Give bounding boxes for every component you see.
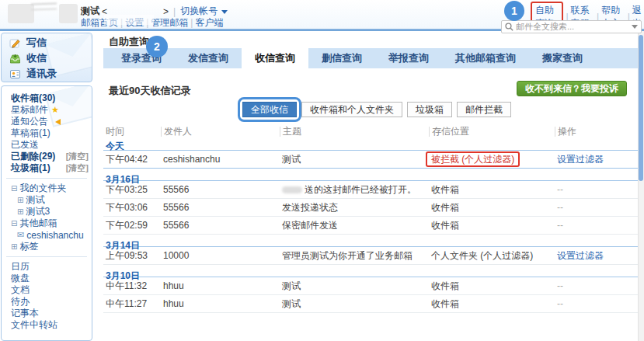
location-text: 收件箱 bbox=[431, 280, 459, 291]
cell-sender: hhuu bbox=[161, 277, 280, 294]
tab-item[interactable]: 删信查询 bbox=[308, 48, 375, 68]
sidebar-item[interactable]: 微盘 bbox=[2, 273, 89, 284]
complaint-button[interactable]: 收不到来信？我要投诉 bbox=[517, 81, 627, 96]
cell-action: -- bbox=[555, 199, 635, 216]
sidebar-item[interactable]: 记事本 bbox=[2, 308, 89, 319]
sidebar-contacts-button[interactable]: 通讯录 bbox=[2, 66, 92, 82]
cell-location: 收件箱 bbox=[429, 295, 555, 312]
envelope-icon: ✉ bbox=[17, 230, 24, 240]
sidebar-item[interactable]: ⊞测试 bbox=[2, 194, 89, 206]
location-text: 收件箱 bbox=[431, 202, 459, 213]
cell-location: 个人文件夹 (个人过滤器) bbox=[429, 247, 555, 264]
inbox-icon bbox=[9, 53, 21, 64]
annotation-red-box: 被拦截 (个人过滤器) bbox=[426, 151, 520, 167]
cell-subject: 测试 bbox=[280, 277, 429, 294]
filter-button[interactable]: 垃圾箱 bbox=[407, 102, 452, 117]
sidebar-item[interactable]: ⊞测试3 bbox=[2, 206, 89, 217]
header-nav-link[interactable]: 管理邮箱 bbox=[151, 17, 188, 28]
query-tabbar: 登录查询发信查询收信查询删信查询举报查询其他邮箱查询搬家查询 bbox=[103, 48, 638, 68]
tab-item[interactable]: 搬家查询 bbox=[529, 48, 596, 68]
search-icon bbox=[505, 23, 513, 31]
filter-button[interactable]: 收件箱和个人文件夹 bbox=[301, 102, 402, 117]
sidebar-item[interactable]: 文档 bbox=[2, 284, 89, 296]
sidebar-item[interactable]: 收件箱(30) bbox=[2, 92, 89, 104]
sidebar-item[interactable]: 草稿箱(1) bbox=[2, 127, 89, 139]
set-filter-link[interactable]: 设置过滤器 bbox=[557, 250, 604, 261]
cell-time: 中午11:27 bbox=[103, 295, 161, 312]
scrollbar-thumb[interactable] bbox=[639, 35, 643, 181]
expand-icon[interactable]: ⊞ bbox=[11, 242, 17, 251]
redacted-logo bbox=[8, 4, 34, 23]
sidebar-item[interactable]: 星标邮件★ bbox=[2, 104, 89, 116]
sidebar-item[interactable]: 垃圾箱(1)[清空] bbox=[2, 162, 89, 174]
tab-item[interactable]: 发信查询 bbox=[175, 48, 242, 68]
cell-sender: hhuu bbox=[161, 295, 280, 312]
collapse-icon[interactable]: ⊟ bbox=[11, 184, 17, 193]
empty-folder-link[interactable]: [清空] bbox=[66, 151, 89, 162]
date-group-header: 3月10日 bbox=[103, 265, 638, 277]
sidebar-item[interactable]: ✉ceshishanchu bbox=[2, 229, 89, 241]
compose-item-label: 写信 bbox=[26, 36, 47, 50]
collapse-icon[interactable]: ⊟ bbox=[11, 219, 17, 228]
header-nav-link[interactable]: 客户端 bbox=[195, 17, 223, 28]
filter-button[interactable]: 全部收信 bbox=[242, 102, 297, 117]
sidebar-item[interactable]: 文件中转站 bbox=[2, 319, 89, 331]
cell-location: 收件箱 bbox=[429, 199, 555, 216]
cell-time: 下午02:59 bbox=[103, 217, 161, 234]
table-row: 下午04:42ceshishanchu测试被拦截 (个人过滤器)设置过滤器 bbox=[103, 151, 638, 169]
sidebar-divider bbox=[6, 256, 87, 257]
no-action: -- bbox=[557, 184, 563, 195]
date-group-header: 3月14日 bbox=[103, 235, 638, 247]
sidebar-item[interactable]: 已删除(29)[清空] bbox=[2, 151, 89, 162]
sidebar-item[interactable]: ⊟其他邮箱 bbox=[2, 217, 89, 229]
sidebar-item[interactable]: 通知公告 bbox=[2, 116, 89, 127]
tab-item[interactable]: 举报查询 bbox=[375, 48, 442, 68]
subject-text: 测试 bbox=[282, 298, 301, 309]
cell-action: 设置过滤器 bbox=[555, 247, 635, 264]
sidebar-item[interactable]: 日历 bbox=[2, 261, 89, 273]
sidebar-item[interactable]: ⊞标签 bbox=[2, 241, 89, 252]
no-action: -- bbox=[557, 202, 563, 213]
set-filter-link[interactable]: 设置过滤器 bbox=[557, 154, 604, 165]
cell-subject: 送的这封邮件已经被打开。 bbox=[280, 181, 429, 198]
cell-time: 中午11:32 bbox=[103, 277, 161, 294]
table-row: 中午11:32hhuu测试收件箱-- bbox=[103, 277, 638, 295]
annotation-badge-1: 1 bbox=[504, 1, 524, 21]
expand-icon[interactable]: ⊞ bbox=[17, 196, 23, 204]
empty-folder-link[interactable]: [清空] bbox=[66, 162, 89, 174]
tab-item[interactable]: 其他邮箱查询 bbox=[442, 48, 529, 68]
table-row: 上午09:5310000管理员测试为你开通了业务邮箱个人文件夹 (个人过滤器)设… bbox=[103, 247, 638, 265]
cell-time: 下午04:42 bbox=[103, 151, 161, 168]
column-header: 发件人 bbox=[161, 127, 280, 137]
redaction-blur bbox=[104, 15, 154, 25]
table-row: 中午11:27hhuu测试收件箱-- bbox=[103, 295, 638, 313]
sidebar-item[interactable]: 待办 bbox=[2, 296, 89, 308]
cell-action: 设置过滤器 bbox=[555, 151, 635, 168]
sidebar-compose-button[interactable]: 写信 bbox=[2, 35, 92, 50]
cell-subject: 保密邮件发送 bbox=[280, 217, 429, 234]
annotation-blue-ring: 全部收信 bbox=[238, 97, 301, 122]
contacts-icon bbox=[9, 68, 21, 80]
cell-sender: 55566 bbox=[161, 199, 280, 216]
search-input[interactable]: 邮件全文搜索... bbox=[501, 20, 642, 33]
sidebar-item[interactable]: ⊟我的文件夹 bbox=[2, 183, 89, 194]
search-placeholder: 邮件全文搜索... bbox=[516, 21, 574, 33]
cell-time: 下午03:25 bbox=[103, 181, 161, 198]
cell-location: 被拦截 (个人过滤器) bbox=[429, 151, 555, 168]
column-header: 操作 bbox=[555, 127, 635, 137]
tab-active[interactable]: 收信查询 bbox=[242, 48, 308, 68]
cell-action: -- bbox=[555, 181, 635, 198]
table-row: 下午03:0655566发送投递状态收件箱-- bbox=[103, 199, 638, 217]
sidebar-item[interactable]: 已发送 bbox=[2, 139, 89, 151]
table-row: 下午03:2555566送的这封邮件已经被打开。收件箱-- bbox=[103, 181, 638, 199]
cell-sender: 10000 bbox=[161, 247, 280, 264]
sidebar-item-label: 文件中转站 bbox=[11, 318, 57, 332]
location-text: 收件箱 bbox=[431, 298, 459, 309]
subject-text: 送的这封邮件已经被打开。 bbox=[305, 184, 416, 195]
sidebar-receive-button[interactable]: 收信 bbox=[2, 50, 92, 66]
expand-icon[interactable]: ⊞ bbox=[17, 207, 23, 216]
filter-button[interactable]: 邮件拦截 bbox=[457, 102, 511, 117]
subject-text: 发送投递状态 bbox=[282, 202, 338, 213]
search-dropdown-icon[interactable] bbox=[632, 25, 638, 32]
cell-sender: 55566 bbox=[161, 217, 280, 234]
